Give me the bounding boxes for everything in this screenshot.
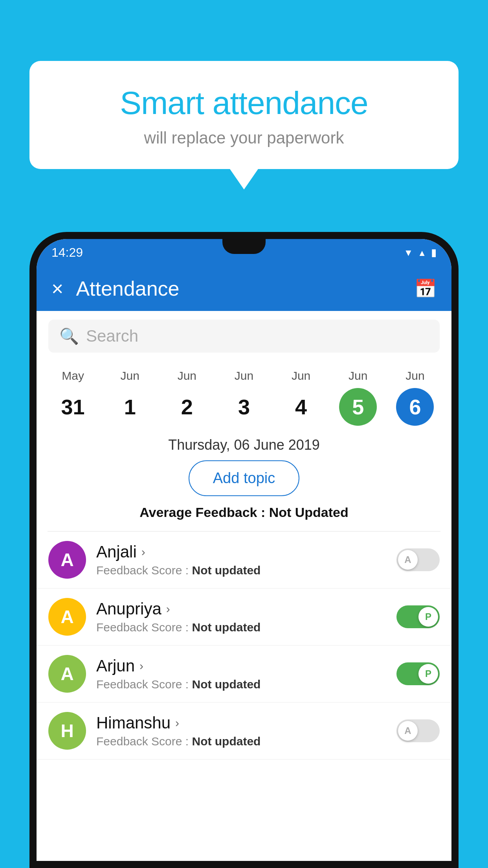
chevron-icon: › <box>139 659 143 673</box>
date-strip: May31Jun1Jun2Jun3Jun4Jun5Jun6 <box>37 361 451 426</box>
date-col[interactable]: Jun2 <box>158 369 215 426</box>
avg-feedback-value: Not Updated <box>269 505 349 520</box>
date-month: Jun <box>387 369 444 383</box>
search-icon: 🔍 <box>59 327 79 346</box>
status-bar: 14:29 <box>37 239 451 266</box>
date-month: Jun <box>215 369 272 383</box>
battery-icon <box>431 246 437 259</box>
student-row[interactable]: AAnjali ›Feedback Score : Not updatedA <box>37 531 451 588</box>
avatar: A <box>48 655 86 693</box>
attendance-toggle[interactable]: A <box>396 548 440 571</box>
student-info: Himanshu ›Feedback Score : Not updated <box>96 714 386 748</box>
wifi-icon <box>404 246 413 259</box>
phone-shell: 14:29 × Attendance 📅 🔍 Search May31Jun1J… <box>29 232 459 868</box>
signal-icon <box>418 246 426 259</box>
date-day[interactable]: 6 <box>396 388 434 426</box>
student-name: Arjun › <box>96 657 386 675</box>
date-col[interactable]: May31 <box>44 369 101 426</box>
avatar: A <box>48 598 86 636</box>
toggle-knob: P <box>418 664 438 684</box>
attendance-toggle[interactable]: A <box>396 719 440 742</box>
toggle-knob: A <box>398 721 418 741</box>
date-month: Jun <box>158 369 215 383</box>
toggle-knob: A <box>398 550 418 570</box>
chevron-icon: › <box>141 545 145 559</box>
status-time: 14:29 <box>51 245 83 260</box>
chevron-icon: › <box>166 602 170 616</box>
bubble-subtitle: will replace your paperwork <box>49 129 439 147</box>
date-month: Jun <box>330 369 387 383</box>
avatar: A <box>48 541 86 579</box>
student-info: Arjun ›Feedback Score : Not updated <box>96 657 386 691</box>
date-month: Jun <box>101 369 158 383</box>
feedback-score: Feedback Score : Not updated <box>96 564 386 577</box>
chevron-icon: › <box>175 716 179 730</box>
bubble-title: Smart attendance <box>49 85 439 121</box>
search-input[interactable]: Search <box>86 327 138 346</box>
feedback-score: Feedback Score : Not updated <box>96 678 386 691</box>
date-col[interactable]: Jun3 <box>215 369 272 426</box>
phone-screen: 14:29 × Attendance 📅 🔍 Search May31Jun1J… <box>37 239 451 861</box>
date-col[interactable]: Jun5 <box>330 369 387 426</box>
student-name: Anupriya › <box>96 600 386 618</box>
date-day[interactable]: 4 <box>282 388 320 426</box>
student-name: Anjali › <box>96 542 386 561</box>
date-day[interactable]: 2 <box>168 388 206 426</box>
avg-feedback-label: Average Feedback : <box>139 505 269 520</box>
toggle-knob: P <box>418 607 438 627</box>
speech-bubble: Smart attendance will replace your paper… <box>29 61 459 169</box>
feedback-score: Feedback Score : Not updated <box>96 621 386 634</box>
date-day[interactable]: 31 <box>54 388 92 426</box>
date-day[interactable]: 1 <box>111 388 149 426</box>
date-day[interactable]: 5 <box>339 388 377 426</box>
student-info: Anupriya ›Feedback Score : Not updated <box>96 600 386 634</box>
attendance-toggle[interactable]: P <box>396 605 440 628</box>
close-button[interactable]: × <box>51 277 63 300</box>
feedback-score: Feedback Score : Not updated <box>96 735 386 748</box>
student-list: AAnjali ›Feedback Score : Not updatedAAA… <box>37 531 451 760</box>
avatar: H <box>48 712 86 750</box>
average-feedback: Average Feedback : Not Updated <box>37 505 451 520</box>
app-bar-title: Attendance <box>76 277 414 300</box>
student-row[interactable]: AArjun ›Feedback Score : Not updatedP <box>37 645 451 702</box>
date-month: Jun <box>273 369 330 383</box>
student-row[interactable]: AAnupriya ›Feedback Score : Not updatedP <box>37 588 451 645</box>
selected-date-label: Thursday, 06 June 2019 <box>37 426 451 460</box>
attendance-toggle[interactable]: P <box>396 662 440 685</box>
date-col[interactable]: Jun1 <box>101 369 158 426</box>
search-bar[interactable]: 🔍 Search <box>48 320 440 353</box>
calendar-icon[interactable]: 📅 <box>414 278 437 299</box>
student-row[interactable]: HHimanshu ›Feedback Score : Not updatedA <box>37 702 451 760</box>
date-col[interactable]: Jun6 <box>387 369 444 426</box>
date-col[interactable]: Jun4 <box>273 369 330 426</box>
add-topic-button[interactable]: Add topic <box>189 460 299 496</box>
student-name: Himanshu › <box>96 714 386 732</box>
status-icons <box>404 246 437 259</box>
notch <box>222 239 266 254</box>
student-info: Anjali ›Feedback Score : Not updated <box>96 542 386 577</box>
date-month: May <box>44 369 101 383</box>
date-day[interactable]: 3 <box>225 388 263 426</box>
app-bar: × Attendance 📅 <box>37 266 451 311</box>
